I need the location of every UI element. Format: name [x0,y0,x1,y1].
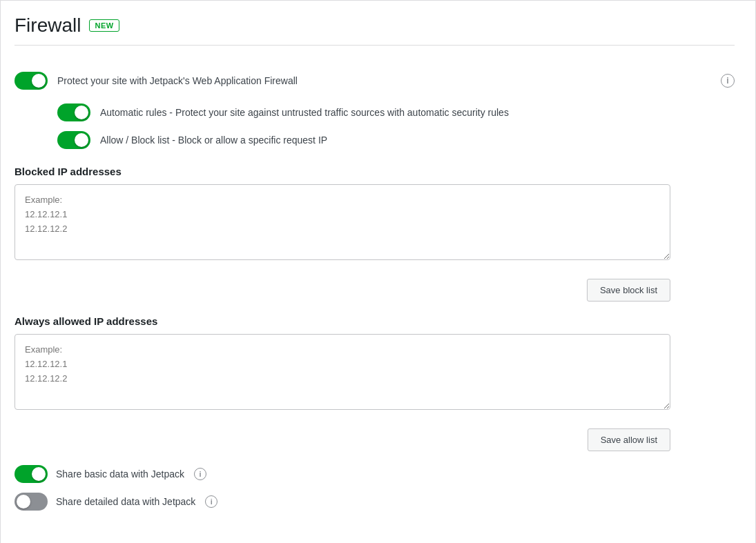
auto-rules-thumb [75,106,88,119]
firewall-toggle[interactable] [14,72,48,90]
allow-block-track [57,131,90,149]
detailed-data-info-icon[interactable]: i [205,495,217,508]
page-title: Firewall [14,14,81,37]
save-allow-row: Save allow list [14,428,670,451]
allow-block-label: Allow / Block list - Block or allow a sp… [100,135,327,146]
toggle-track [14,72,48,90]
detailed-data-row: Share detailed data with Jetpack i [14,493,735,511]
save-block-button[interactable]: Save block list [587,279,670,302]
basic-data-label: Share basic data with Jetpack [56,468,184,480]
sub-options: Automatic rules - Protect your site agai… [57,103,735,149]
new-badge: NEW [89,19,119,32]
detailed-data-track [14,493,48,511]
allow-block-thumb [75,133,88,147]
detailed-data-thumb [17,495,30,509]
allow-block-row: Allow / Block list - Block or allow a sp… [57,131,735,149]
main-toggle-label: Protect your site with Jetpack's Web App… [57,75,298,86]
main-section: Protect your site with Jetpack's Web App… [14,65,735,527]
auto-rules-toggle[interactable] [57,103,90,121]
page-header: Firewall NEW [14,14,735,46]
basic-data-track [14,465,48,483]
basic-data-thumb [32,467,46,481]
bottom-toggles: Share basic data with Jetpack i Share de… [14,465,735,511]
basic-data-toggle[interactable] [14,465,48,483]
basic-data-info-icon[interactable]: i [194,468,206,480]
allowed-ip-textarea[interactable] [14,334,670,410]
firewall-info-icon[interactable]: i [721,74,735,88]
allow-block-toggle[interactable] [57,131,90,149]
blocked-ip-section: Blocked IP addresses [14,166,735,262]
allowed-section-label: Always allowed IP addresses [14,315,735,327]
auto-rules-label: Automatic rules - Protect your site agai… [100,107,509,118]
save-allow-button[interactable]: Save allow list [588,428,670,451]
save-block-row: Save block list [14,279,670,302]
toggle-thumb [32,74,46,88]
allowed-ip-section: Always allowed IP addresses [14,315,735,412]
blocked-section-label: Blocked IP addresses [14,166,735,177]
auto-rules-row: Automatic rules - Protect your site agai… [57,103,735,121]
auto-rules-track [57,103,90,121]
blocked-ip-textarea[interactable] [14,184,670,260]
basic-data-row: Share basic data with Jetpack i [14,465,735,483]
detailed-data-label: Share detailed data with Jetpack [56,496,195,507]
detailed-data-toggle[interactable] [14,493,48,511]
main-toggle-row: Protect your site with Jetpack's Web App… [14,72,735,90]
